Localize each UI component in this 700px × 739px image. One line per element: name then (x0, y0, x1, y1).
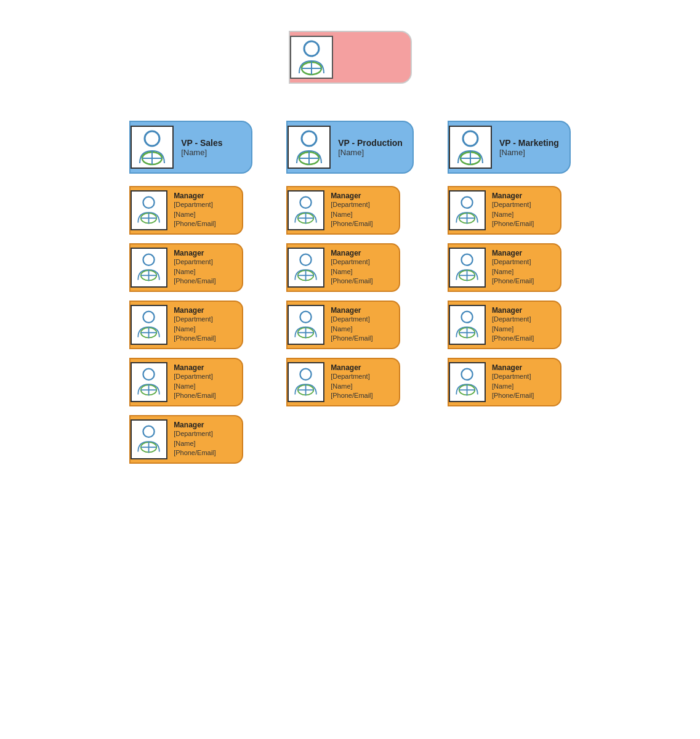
manager-details: [Department][Name][Phone/Email] (331, 257, 372, 286)
manager-row: Manager [Department][Name][Phone/Email] (448, 243, 561, 292)
vp-marketing-icon-box (449, 126, 492, 169)
manager-title: Manager (492, 306, 534, 315)
manager-icon-box (288, 248, 324, 288)
vp-production-node[interactable]: VP - Production [Name] (286, 121, 414, 174)
svg-point-4 (145, 131, 159, 146)
manager-node-1-3[interactable]: Manager [Department][Name][Phone/Email] (286, 358, 400, 406)
vp-production-role: VP - Production (338, 138, 403, 148)
manager-node-0-4[interactable]: Manager [Department][Name][Phone/Email] (129, 415, 243, 464)
vp-marketing-name: [Name] (499, 148, 559, 157)
manager-text: Manager [Department][Name][Phone/Email] (174, 421, 215, 458)
vp-production-name: [Name] (338, 148, 403, 157)
manager-details: [Department][Name][Phone/Email] (331, 200, 372, 228)
svg-point-28 (302, 131, 316, 146)
manager-details: [Department][Name][Phone/Email] (174, 315, 215, 343)
manager-details: [Department][Name][Phone/Email] (492, 372, 534, 400)
manager-row: Manager [Department][Name][Phone/Email] (448, 186, 561, 235)
manager-node-2-1[interactable]: Manager [Department][Name][Phone/Email] (448, 243, 561, 292)
president-level (12, 31, 689, 84)
person-icon (291, 127, 328, 168)
manager-title: Manager (331, 363, 372, 372)
manager-text: Manager [Department][Name][Phone/Email] (331, 363, 372, 400)
manager-details: [Department][Name][Phone/Email] (331, 315, 372, 343)
vp-sales-text: VP - Sales [Name] (181, 138, 222, 157)
org-chart: VP - Sales [Name] Manager [Depar (12, 31, 689, 464)
manager-icon-box (131, 305, 167, 345)
vp-sales-name: [Name] (181, 148, 222, 157)
manager-row: Manager [Department][Name][Phone/Email] (448, 358, 561, 406)
svg-point-60 (461, 312, 472, 323)
person-icon (134, 193, 164, 227)
manager-node-1-0[interactable]: Manager [Department][Name][Phone/Email] (286, 186, 400, 235)
manager-node-0-3[interactable]: Manager [Department][Name][Phone/Email] (129, 358, 243, 406)
svg-point-52 (461, 197, 472, 208)
manager-title: Manager (174, 249, 215, 257)
vp-marketing-role: VP - Marketing (499, 138, 559, 148)
manager-node-0-2[interactable]: Manager [Department][Name][Phone/Email] (129, 301, 243, 349)
vp-level: VP - Sales [Name] Manager [Depar (12, 121, 689, 464)
manager-icon-box (131, 190, 167, 230)
manager-icon-box (288, 362, 324, 402)
sales-managers: Manager [Department][Name][Phone/Email] … (129, 186, 243, 464)
manager-row: Manager [Department][Name][Phone/Email] (129, 358, 243, 406)
manager-title: Manager (174, 363, 215, 372)
svg-point-12 (143, 254, 155, 265)
person-icon (452, 127, 489, 168)
manager-details: [Department][Name][Phone/Email] (492, 257, 534, 286)
vp-sales-header: VP - Sales [Name] (129, 121, 252, 174)
manager-icon-box (449, 190, 486, 230)
vp-marketing-node[interactable]: VP - Marketing [Name] (448, 121, 571, 174)
manager-node-2-0[interactable]: Manager [Department][Name][Phone/Email] (448, 186, 561, 235)
person-icon (134, 365, 164, 399)
vp-production-column: VP - Production [Name] Manager [ (286, 121, 414, 464)
svg-point-32 (300, 197, 312, 208)
president-icon-box (290, 36, 333, 79)
manager-text: Manager [Department][Name][Phone/Email] (331, 249, 372, 286)
manager-node-2-3[interactable]: Manager [Department][Name][Phone/Email] (448, 358, 561, 406)
vp-production-icon-box (288, 126, 331, 169)
person-icon (134, 422, 164, 456)
manager-title: Manager (174, 421, 215, 429)
svg-point-44 (300, 369, 312, 380)
manager-details: [Department][Name][Phone/Email] (174, 257, 215, 286)
manager-details: [Department][Name][Phone/Email] (174, 429, 215, 458)
person-icon (452, 251, 483, 285)
manager-text: Manager [Department][Name][Phone/Email] (492, 192, 534, 228)
manager-text: Manager [Department][Name][Phone/Email] (492, 249, 534, 286)
manager-row: Manager [Department][Name][Phone/Email] (286, 186, 400, 235)
manager-icon-box (449, 362, 486, 402)
svg-point-40 (300, 312, 312, 323)
manager-title: Manager (492, 363, 534, 372)
manager-details: [Department][Name][Phone/Email] (492, 200, 534, 228)
manager-row: Manager [Department][Name][Phone/Email] (448, 301, 561, 349)
manager-row: Manager [Department][Name][Phone/Email] (129, 415, 243, 464)
manager-title: Manager (492, 249, 534, 257)
manager-node-2-2[interactable]: Manager [Department][Name][Phone/Email] (448, 301, 561, 349)
person-icon (293, 38, 330, 78)
manager-row: Manager [Department][Name][Phone/Email] (286, 358, 400, 406)
manager-icon-box (449, 248, 486, 288)
vp-production-header: VP - Production [Name] (286, 121, 414, 174)
manager-icon-box (131, 248, 167, 288)
vp-sales-node[interactable]: VP - Sales [Name] (129, 121, 252, 174)
manager-title: Manager (331, 192, 372, 200)
svg-point-36 (300, 254, 312, 265)
person-icon (134, 308, 164, 342)
vp-sales-role: VP - Sales (181, 138, 222, 148)
president-node[interactable] (289, 31, 412, 84)
manager-text: Manager [Department][Name][Phone/Email] (174, 192, 215, 228)
manager-icon-box (131, 419, 167, 459)
manager-row: Manager [Department][Name][Phone/Email] (286, 301, 400, 349)
manager-row: Manager [Department][Name][Phone/Email] (129, 243, 243, 292)
manager-node-1-1[interactable]: Manager [Department][Name][Phone/Email] (286, 243, 400, 292)
person-icon (452, 308, 483, 342)
manager-title: Manager (174, 192, 215, 200)
manager-node-1-2[interactable]: Manager [Department][Name][Phone/Email] (286, 301, 400, 349)
manager-node-0-1[interactable]: Manager [Department][Name][Phone/Email] (129, 243, 243, 292)
manager-text: Manager [Department][Name][Phone/Email] (174, 363, 215, 400)
manager-node-0-0[interactable]: Manager [Department][Name][Phone/Email] (129, 186, 243, 235)
person-icon (291, 365, 321, 399)
manager-title: Manager (174, 306, 215, 315)
vp-sales-column: VP - Sales [Name] Manager [Depar (129, 121, 252, 464)
manager-row: Manager [Department][Name][Phone/Email] (286, 243, 400, 292)
